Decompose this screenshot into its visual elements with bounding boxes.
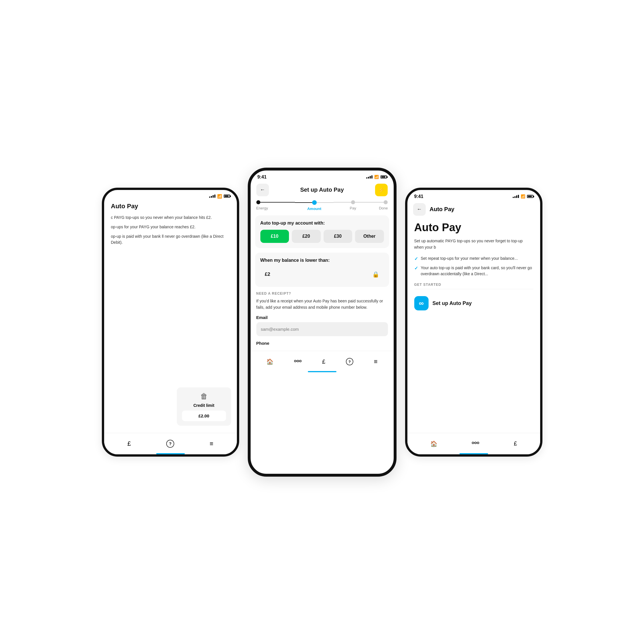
balance-value: £2 [265, 272, 270, 277]
right-wifi-icon: 📶 [521, 194, 525, 199]
center-battery-icon [381, 175, 387, 179]
nav-center-pound-icon[interactable]: £ [322, 358, 325, 365]
lightning-button[interactable]: ⚡ [375, 184, 388, 196]
amount-btn-20[interactable]: £20 [292, 230, 321, 243]
nav-indicator [156, 453, 185, 454]
center-time: 9:41 [257, 175, 267, 180]
step-line-energy [260, 202, 295, 203]
left-status-bar: 📶 [104, 190, 237, 200]
nav-help-icon[interactable]: ? [166, 440, 174, 448]
lock-icon: 🔒 [372, 271, 379, 278]
right-nav-indicator [459, 453, 488, 454]
trash-icon: 🗑 [200, 392, 208, 401]
center-status-bar: 9:41 📶 [251, 171, 394, 181]
left-page-title: Auto Pay [104, 200, 237, 213]
svg-point-1 [297, 360, 299, 362]
divider [414, 289, 533, 289]
center-signal-icon [366, 175, 372, 179]
step-label-energy: Energy [256, 206, 268, 210]
lightning-icon: ⚡ [378, 187, 385, 193]
svg-point-2 [300, 360, 301, 362]
scene: 📶 Auto Pay c PAYG top-ups so you never w… [0, 0, 644, 644]
right-status-icons: 📶 [513, 194, 533, 199]
right-battery-icon [527, 195, 533, 198]
svg-point-7 [477, 442, 479, 444]
left-text-3: op-up is paid with your bank ll never go… [111, 233, 230, 245]
battery-icon [224, 195, 230, 198]
balance-card-title: When my balance is lower than: [260, 258, 384, 263]
nav-home-icon[interactable]: 🏠 [266, 358, 274, 365]
step-label-pay: Pay [350, 206, 356, 210]
right-back-button[interactable]: ← [413, 203, 426, 216]
left-bottom-nav: £ ? ≡ [104, 433, 237, 454]
right-body: Auto Pay Set up automatic PAYG top-ups s… [407, 219, 540, 316]
step-dot-energy [256, 200, 260, 204]
svg-point-0 [294, 360, 296, 362]
right-signal-icon [513, 195, 519, 198]
center-title: Set up Auto Pay [300, 187, 344, 193]
step-label-done: Done [379, 206, 388, 210]
credit-limit-label: Credit limit [193, 403, 214, 408]
step-dot-amount [312, 200, 317, 205]
center-phone-content: 9:41 📶 ← Set up Auto Pay [251, 171, 394, 474]
infinity-badge: ∞ [414, 296, 429, 310]
right-header-title: Auto Pay [430, 206, 455, 213]
center-header: ← Set up Auto Pay ⚡ [251, 181, 394, 199]
setup-auto-pay-button[interactable]: ∞ Set up Auto Pay [414, 293, 533, 313]
receipt-text: If you'd like a receipt when your Auto P… [256, 298, 388, 311]
credit-limit-value: £2.00 [182, 411, 226, 421]
right-nav-home-icon[interactable]: 🏠 [430, 440, 437, 447]
progress-steps: Energy Amount [251, 199, 394, 215]
amount-btn-other[interactable]: Other [355, 230, 384, 243]
setup-btn-text: Set up Auto Pay [433, 300, 472, 306]
checklist-item-2: ✓ Your auto top-up is paid with your ban… [414, 265, 533, 277]
right-phone-content: 9:41 📶 ← Auto Pay [407, 190, 540, 454]
left-text-1: c PAYG top-ups so you never when your ba… [111, 215, 230, 221]
left-text-2: op-ups for your PAYG your balance reache… [111, 224, 230, 230]
svg-point-5 [472, 442, 474, 444]
center-wifi-icon: 📶 [374, 175, 379, 179]
step-dot-pay [351, 200, 355, 204]
check-mark-2: ✓ [414, 265, 418, 271]
nav-center-menu-icon[interactable]: ≡ [374, 358, 378, 365]
amount-btn-30[interactable]: £30 [324, 230, 352, 243]
step-dot-done [384, 200, 388, 204]
credit-limit-card: 🗑 Credit limit £2.00 [177, 387, 231, 426]
right-nav-activity-icon[interactable] [472, 440, 479, 447]
balance-card: When my balance is lower than: £2 🔒 [255, 253, 389, 287]
phones-container: 📶 Auto Pay c PAYG top-ups so you never w… [102, 168, 542, 477]
receipt-section: NEED A RECEIPT? If you'd like a receipt … [251, 292, 394, 351]
balance-trigger: £2 🔒 [260, 267, 384, 282]
topup-card: Auto top-up my account with: £10 £20 £30… [255, 215, 389, 248]
left-phone-content: 📶 Auto Pay c PAYG top-ups so you never w… [104, 190, 237, 454]
right-header: ← Auto Pay [407, 201, 540, 219]
amount-buttons-group: £10 £20 £30 Other [260, 230, 384, 243]
nav-pound-icon[interactable]: £ [127, 440, 131, 447]
signal-bars-icon [209, 195, 215, 198]
step-energy: Energy [256, 200, 295, 210]
back-button[interactable]: ← [256, 184, 269, 196]
amount-btn-10[interactable]: £10 [260, 230, 289, 243]
left-body: c PAYG top-ups so you never when your ba… [104, 213, 237, 251]
right-phone: 9:41 📶 ← Auto Pay [405, 188, 542, 457]
email-input[interactable] [256, 322, 388, 336]
infinity-icon: ∞ [419, 299, 424, 307]
receipt-heading: NEED A RECEIPT? [256, 292, 388, 296]
step-amount: Amount [295, 200, 334, 211]
topup-card-title: Auto top-up my account with: [260, 221, 384, 226]
center-phone: 9:41 📶 ← Set up Auto Pay [248, 168, 397, 477]
nav-activity-icon[interactable] [294, 358, 302, 365]
email-label: Email [256, 315, 388, 320]
right-desc: Set up automatic PAYG top-ups so you nev… [414, 238, 533, 251]
left-phone: 📶 Auto Pay c PAYG top-ups so you never w… [102, 188, 239, 457]
check-mark-1: ✓ [414, 256, 418, 261]
center-bottom-nav: 🏠 £ ? ≡ [251, 351, 394, 372]
nav-menu-icon[interactable]: ≡ [210, 440, 213, 447]
checklist-item-1: ✓ Set repeat top-ups for your meter when… [414, 255, 533, 261]
step-pay: Pay [334, 200, 372, 210]
check-text-1: Set repeat top-ups for your meter when y… [421, 255, 518, 261]
center-status-icons: 📶 [366, 175, 387, 179]
right-nav-pound-icon[interactable]: £ [514, 440, 517, 447]
right-big-title: Auto Pay [414, 221, 533, 234]
nav-center-help-icon[interactable]: ? [346, 358, 353, 365]
